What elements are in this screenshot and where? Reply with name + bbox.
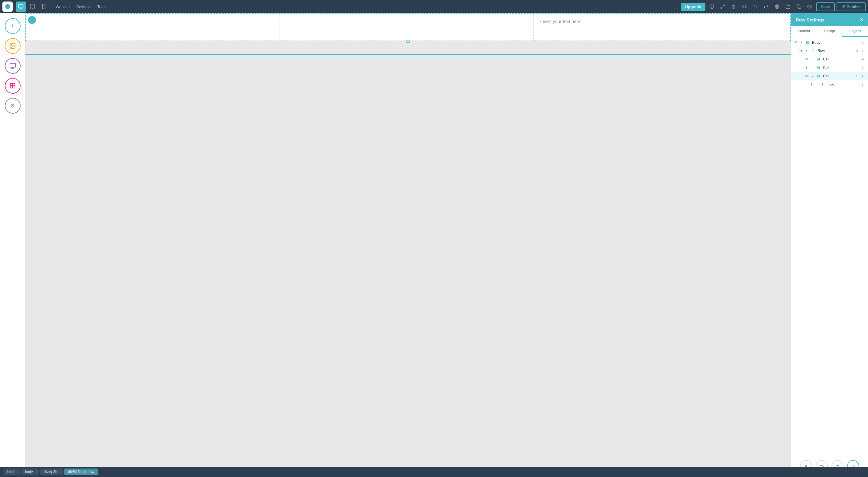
canvas-resize-handle[interactable] <box>406 40 409 43</box>
layer-eye-row[interactable]: 👁 <box>799 49 805 53</box>
layer-name-text: Text <box>828 83 859 87</box>
layer-chevron-cell3[interactable]: ▾ <box>811 75 816 78</box>
layer-add-row[interactable]: + <box>860 48 865 53</box>
svg-rect-21 <box>10 84 12 86</box>
layer-add-text[interactable]: + <box>860 82 865 87</box>
svg-rect-13 <box>798 6 801 9</box>
layer-add-cell3[interactable]: + <box>860 74 865 78</box>
breadcrumb-div1[interactable]: div#ip3h <box>40 469 61 475</box>
sidebar-add-button[interactable]: + <box>5 18 21 34</box>
breadcrumb-body[interactable]: body <box>22 469 37 475</box>
layer-eye-cell1[interactable]: 👁 <box>805 57 810 62</box>
tab-content[interactable]: Content <box>791 26 817 37</box>
layer-eye-text[interactable]: 👁 <box>810 83 815 87</box>
row-add-handle[interactable]: + <box>28 16 36 24</box>
undo-button[interactable] <box>751 2 760 11</box>
preview-button[interactable] <box>805 2 814 11</box>
svg-line-10 <box>721 7 722 8</box>
layer-name-body: Body <box>812 40 861 45</box>
svg-line-9 <box>723 5 724 6</box>
topbar-right: Upgrade Save <box>681 2 866 11</box>
layer-body[interactable]: 👁 ▾ ⊞ Body 1 <box>791 38 868 46</box>
svg-point-4 <box>32 8 33 9</box>
help-button[interactable] <box>707 2 716 11</box>
redo-button[interactable] <box>762 2 771 11</box>
sidebar-widgets-button[interactable] <box>5 58 21 74</box>
panel-title: Row Settings <box>796 17 825 22</box>
device-tablet-btn[interactable] <box>27 1 37 12</box>
layer-icon-cell2: ⊞ <box>817 66 822 70</box>
nav-website[interactable]: Website <box>53 3 73 11</box>
sidebar-layout-button[interactable] <box>5 78 21 94</box>
tab-design[interactable]: Design <box>817 26 842 37</box>
layer-icon-body: ⊞ <box>806 40 811 45</box>
statusbar: html body div#ip3h div#i48e.gjs-row <box>0 467 868 477</box>
svg-rect-24 <box>13 86 15 88</box>
layer-name-cell2: Cell <box>823 66 859 70</box>
layer-cell-1[interactable]: 👁 ▸ ⊞ Cell + <box>791 55 868 63</box>
fullscreen-button[interactable] <box>718 2 727 11</box>
svg-rect-19 <box>10 63 15 67</box>
layer-chevron-row[interactable]: ▾ <box>806 49 810 53</box>
copy-button[interactable] <box>794 2 803 11</box>
layer-eye-body[interactable]: 👁 <box>794 40 799 45</box>
device-mobile-btn[interactable] <box>39 1 49 12</box>
canvas-cell-3[interactable]: Insert your text here <box>534 13 790 41</box>
folder-button[interactable] <box>783 2 793 11</box>
svg-rect-0 <box>19 4 23 8</box>
canvas-area: + Insert your text here <box>25 13 790 477</box>
svg-point-8 <box>711 8 712 8</box>
layers-panel: 👁 ▾ ⊞ Body 1 👁 ▾ ⊞ Row 3 + 👁 ▸ ⊞ Cell <box>791 37 868 455</box>
layer-name-row: Row <box>817 49 855 53</box>
layer-count-body: 1 <box>862 41 864 44</box>
svg-point-14 <box>809 6 810 7</box>
layer-icon-text: I <box>822 82 827 87</box>
breadcrumb-div2[interactable]: div#i48e.gjs-row <box>64 469 98 475</box>
layer-text[interactable]: 👁 ▸ I Text + <box>791 81 868 89</box>
panel-tabs: Content Design Layers <box>791 26 868 37</box>
delete-button[interactable] <box>729 2 738 11</box>
sidebar-settings-button[interactable]: ⚙ <box>5 98 21 114</box>
canvas-cell-2[interactable] <box>280 13 534 41</box>
layer-name-cell3: Cell <box>823 74 855 78</box>
layer-icon-cell3: ⊞ <box>817 74 822 78</box>
layer-eye-cell2[interactable]: 👁 <box>805 66 810 70</box>
save-button[interactable]: Save <box>816 2 835 11</box>
svg-point-18 <box>11 44 12 45</box>
left-sidebar: + ⚙ <box>0 13 25 477</box>
device-desktop-btn[interactable] <box>16 1 26 12</box>
panel-close-button[interactable]: × <box>860 17 863 22</box>
layer-cell-2[interactable]: 👁 ▸ ⊞ Cell + <box>791 63 868 72</box>
layer-chevron-body[interactable]: ▾ <box>801 41 805 44</box>
publish-button[interactable]: Publish <box>837 2 866 11</box>
canvas-row[interactable]: + Insert your text here <box>25 13 790 41</box>
layer-row[interactable]: 👁 ▾ ⊞ Row 3 + <box>791 46 868 55</box>
sidebar-images-button[interactable] <box>5 38 21 54</box>
nav-tools[interactable]: Tools <box>94 3 110 11</box>
canvas-cell-1[interactable] <box>26 13 280 41</box>
canvas-frame: + Insert your text here <box>25 13 790 41</box>
code-button[interactable] <box>740 2 749 11</box>
breadcrumb: html body div#ip3h div#i48e.gjs-row <box>4 467 98 477</box>
layer-name-cell1: Cell <box>823 57 859 61</box>
tab-layers[interactable]: Layers <box>842 26 868 37</box>
main-layout: + ⚙ + Insert your text here <box>0 13 868 477</box>
layer-count-cell3: 1 <box>856 74 858 78</box>
svg-rect-23 <box>10 86 12 88</box>
layer-count-row: 3 <box>856 49 858 53</box>
breadcrumb-html[interactable]: html <box>4 469 18 475</box>
translate-button[interactable] <box>773 2 781 11</box>
layer-add-cell1[interactable]: + <box>860 57 865 62</box>
layer-cell-3[interactable]: 👁 ▾ ⊞ Cell 1 + <box>791 72 868 81</box>
layer-icon-cell1: ⊞ <box>817 57 822 61</box>
panel-header: Row Settings × <box>791 13 868 26</box>
right-panel: Row Settings × Content Design Layers 👁 ▾… <box>790 13 868 477</box>
layer-eye-cell3[interactable]: 👁 <box>805 74 810 78</box>
layer-icon-row: ⊞ <box>811 49 816 53</box>
upgrade-button[interactable]: Upgrade <box>681 3 705 11</box>
canvas-selection-line <box>25 54 790 55</box>
nav-settings[interactable]: Settings <box>73 3 94 11</box>
topbar-nav: Website Settings Tools <box>53 3 110 11</box>
layer-add-cell2[interactable]: + <box>860 65 865 70</box>
svg-point-6 <box>43 8 44 9</box>
